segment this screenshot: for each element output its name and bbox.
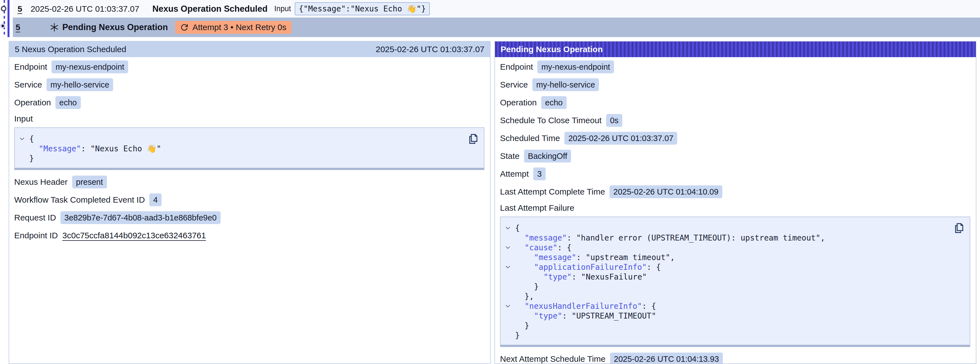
last-attempt-failure-label: Last Attempt Failure (500, 203, 970, 213)
field-row-workflow-task-completed-event-id: Workflow Task Completed Event ID 4 (14, 193, 484, 206)
retry-icon (180, 23, 189, 32)
json-text: : { (642, 302, 656, 311)
detail-panels: 5 Nexus Operation Scheduled 2025-02-26 U… (9, 41, 976, 364)
json-text: : "handler error (UPSTREAM_TIMEOUT): ups… (567, 233, 825, 243)
field-value-badge: present (72, 176, 107, 188)
json-key: "type" (534, 311, 562, 321)
workflow-event-detail-view: 5 2025-02-26 UTC 01:03:37.07 Nexus Opera… (0, 0, 980, 364)
json-text: : "Nexus Echo 👋" (81, 144, 161, 153)
field-value-badge: my-nexus-endpoint (537, 61, 614, 73)
json-key: "Message" (39, 144, 81, 153)
panel-pending-nexus-operation: Pending Nexus Operation Endpoint my-nexu… (495, 41, 976, 364)
event-title: Nexus Operation Scheduled (153, 4, 267, 14)
field-row-request-id: Request ID 3e829b7e-7d67-4b08-aad3-b1e86… (14, 211, 484, 224)
field-row-next-attempt-schedule-time: Next Attempt Schedule Time 2025-02-26 UT… (500, 353, 970, 364)
json-line: } (501, 282, 950, 292)
field-label: Endpoint (14, 62, 47, 72)
field-label: Workflow Task Completed Event ID (14, 195, 145, 204)
event-timeline-gutter (0, 0, 13, 38)
input-section-label: Input (14, 114, 484, 123)
field-value-badge: 0s (606, 114, 623, 127)
field-label: Operation (14, 98, 51, 107)
field-label: Attempt (500, 169, 529, 179)
timeline-dashed-connector (4, 0, 5, 37)
event-row-nexus-operation-scheduled[interactable]: 5 2025-02-26 UTC 01:03:37.07 Nexus Opera… (13, 0, 980, 18)
event-input-preview-chip[interactable]: {"Message":"Nexus Echo 👋"} (295, 2, 430, 15)
json-line: "applicationFailureInfo": { (501, 262, 950, 272)
json-line: "cause": { (501, 243, 950, 252)
field-row-attempt: Attempt 3 (500, 168, 970, 180)
json-line: "message": "upstream timeout", (501, 252, 950, 262)
timeline-accent-bar (8, 0, 10, 37)
field-label: Endpoint ID (14, 231, 58, 240)
field-value-badge: my-nexus-endpoint (51, 61, 128, 73)
right-panel-title: Pending Nexus Operation (501, 45, 603, 54)
retry-attempt-badge: Attempt 3 • Next Retry 0s (175, 21, 291, 34)
copy-icon[interactable] (466, 133, 479, 146)
pending-event-id-link[interactable]: 5 (16, 22, 20, 32)
json-line: "message": "handler error (UPSTREAM_TIME… (501, 233, 950, 243)
field-row-operation: Operation echo (14, 96, 484, 109)
json-text: : { (557, 243, 572, 252)
field-row-service: Service my-hello-service (500, 78, 970, 91)
field-row-state: State BackingOff (500, 150, 970, 163)
json-line: }, (501, 292, 950, 301)
copy-icon[interactable] (953, 222, 965, 235)
field-value-badge: my-hello-service (46, 78, 113, 91)
field-row-operation: Operation echo (500, 96, 970, 109)
field-value-badge: echo (541, 96, 566, 109)
field-row-service: Service my-hello-service (14, 78, 484, 91)
field-value-badge: 2025-02-26 UTC 01:03:37.07 (565, 132, 677, 145)
field-value-badge: 2025-02-26 UTC 01:04:13.93 (610, 353, 723, 364)
field-value-badge: 3e829b7e-7d67-4b08-aad3-b1e868bfe9e0 (60, 211, 221, 224)
failure-json-viewer: {"message": "handler error (UPSTREAM_TIM… (500, 217, 970, 347)
left-panel-title: 5 Nexus Operation Scheduled (15, 45, 126, 54)
field-value-badge: my-hello-service (532, 78, 599, 91)
json-line: "type": "UPSTREAM_TIMEOUT" (501, 311, 950, 321)
field-label: Next Attempt Schedule Time (500, 354, 606, 364)
pending-nexus-operation-row[interactable]: 5 Pending Nexus Operation Attempt 3 • Ne… (13, 18, 980, 37)
field-label: Scheduled Time (500, 134, 560, 143)
json-text: { (515, 224, 520, 233)
field-label: Operation (500, 98, 537, 107)
json-text: { (29, 134, 34, 144)
collapse-chevron-icon[interactable] (504, 244, 512, 251)
collapse-chevron-icon[interactable] (504, 224, 512, 232)
field-label: Service (14, 80, 42, 89)
collapse-chevron-icon[interactable] (504, 263, 512, 271)
left-panel-body: Endpoint my-nexus-endpoint Service my-he… (9, 57, 490, 242)
json-key: "nexusHandlerFailureInfo" (525, 302, 642, 311)
field-label: State (500, 151, 520, 161)
left-panel-header: 5 Nexus Operation Scheduled 2025-02-26 U… (9, 42, 490, 57)
event-id-link[interactable]: 5 (18, 4, 22, 14)
json-key: "applicationFailureInfo" (534, 263, 647, 272)
pending-asterisk-icon (49, 22, 59, 32)
field-row-scheduled-time: Scheduled Time 2025-02-26 UTC 01:03:37.0… (500, 132, 970, 145)
json-text: : "NexusFailure" (572, 272, 647, 281)
json-key: "message" (534, 253, 576, 262)
field-label: Request ID (14, 213, 56, 222)
field-row-nexus-header: Nexus Header present (14, 176, 484, 188)
json-line: } (15, 153, 465, 163)
endpoint-id-link[interactable]: 3c0c75ccfa8144b092c13ce632463761 (62, 231, 206, 240)
json-line: { (501, 223, 950, 233)
pending-row-title: Pending Nexus Operation (62, 22, 168, 32)
json-text: } (525, 321, 529, 330)
right-panel-header: Pending Nexus Operation (495, 42, 976, 57)
left-panel-timestamp: 2025-02-26 UTC 01:03:37.07 (376, 45, 484, 54)
collapse-chevron-icon[interactable] (18, 135, 26, 143)
json-text: : { (647, 263, 661, 272)
collapse-chevron-icon[interactable] (504, 302, 512, 310)
field-label: Service (500, 80, 528, 89)
retry-badge-text: Attempt 3 • Next Retry 0s (192, 22, 286, 32)
field-row-last-attempt-complete-time: Last Attempt Complete Time 2025-02-26 UT… (500, 185, 970, 198)
json-line: "type": "NexusFailure" (501, 272, 950, 282)
event-timestamp: 2025-02-26 UTC 01:03:37.07 (31, 4, 139, 14)
field-label: Last Attempt Complete Time (500, 187, 605, 196)
field-value-badge: BackingOff (524, 150, 571, 163)
json-line: "Message": "Nexus Echo 👋" (15, 144, 465, 153)
json-line: "nexusHandlerFailureInfo": { (501, 301, 950, 311)
input-json-viewer: {"Message": "Nexus Echo 👋"} (14, 128, 484, 170)
event-input-label: Input (274, 5, 291, 13)
field-value-badge: 4 (149, 193, 162, 206)
